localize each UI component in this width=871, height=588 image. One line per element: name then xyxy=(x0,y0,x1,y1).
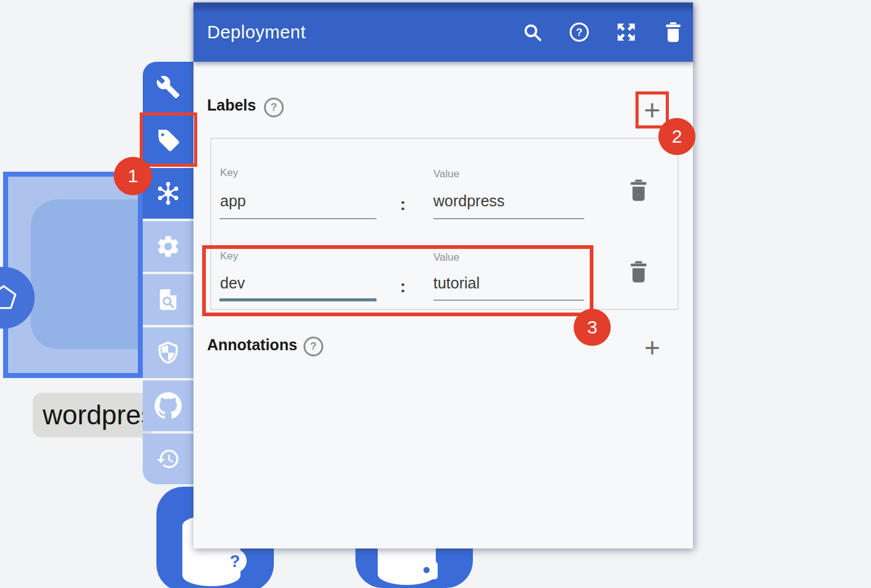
toolbar-item-build[interactable] xyxy=(143,62,193,112)
key-field-app[interactable]: app xyxy=(220,192,246,210)
key-underline xyxy=(219,218,376,219)
toolbar-item-security[interactable] xyxy=(143,327,193,378)
labels-section-title: Labels xyxy=(207,96,256,114)
delete-row-button[interactable] xyxy=(629,260,649,285)
toolbar-item-history[interactable] xyxy=(143,434,193,484)
step-badge-2: 2 xyxy=(658,118,695,155)
annotations-help-icon[interactable]: ? xyxy=(304,337,323,356)
help-icon[interactable]: ? xyxy=(569,22,590,43)
step-badge-3: 3 xyxy=(574,309,611,346)
node-label: wordpress xyxy=(33,393,153,437)
delete-icon[interactable] xyxy=(663,22,684,43)
deployment-panel: Deployment ? xyxy=(193,2,693,548)
labels-help-icon[interactable]: ? xyxy=(264,98,284,117)
panel-title: Deployment xyxy=(207,22,306,43)
toolbar-item-github[interactable] xyxy=(143,380,193,431)
value-underline xyxy=(433,218,584,219)
highlight-box-labels-tool xyxy=(140,112,197,167)
expand-icon[interactable] xyxy=(616,22,637,43)
github-icon xyxy=(155,392,182,419)
history-icon xyxy=(156,447,181,471)
kv-separator: : xyxy=(400,195,406,214)
value-field-label: Value xyxy=(433,168,459,180)
add-annotation-button[interactable]: + xyxy=(636,332,668,364)
annotations-section-title: Annotations xyxy=(207,336,297,354)
shield-icon xyxy=(156,340,181,365)
toolbar-item-settings[interactable] xyxy=(143,221,193,272)
key-field-label: Key xyxy=(220,167,238,179)
wrench-icon xyxy=(156,75,181,99)
search-icon[interactable] xyxy=(522,22,543,43)
toolbar-item-doc-search[interactable] xyxy=(143,274,193,325)
svg-text:?: ? xyxy=(576,27,582,38)
wordpress-node-inner xyxy=(31,200,143,349)
document-search-icon xyxy=(156,287,181,312)
question-badge: ? xyxy=(230,552,240,571)
highlight-box-new-label-row xyxy=(202,245,593,316)
value-field-wordpress[interactable]: wordpress xyxy=(433,192,504,210)
hub-icon xyxy=(155,180,182,207)
header-icons: ? xyxy=(522,2,684,62)
step-badge-1: 1 xyxy=(114,157,152,195)
panel-header: Deployment ? xyxy=(193,2,693,62)
pentagon-icon xyxy=(0,284,18,312)
delete-row-button[interactable] xyxy=(629,178,649,203)
gear-icon xyxy=(155,233,181,259)
